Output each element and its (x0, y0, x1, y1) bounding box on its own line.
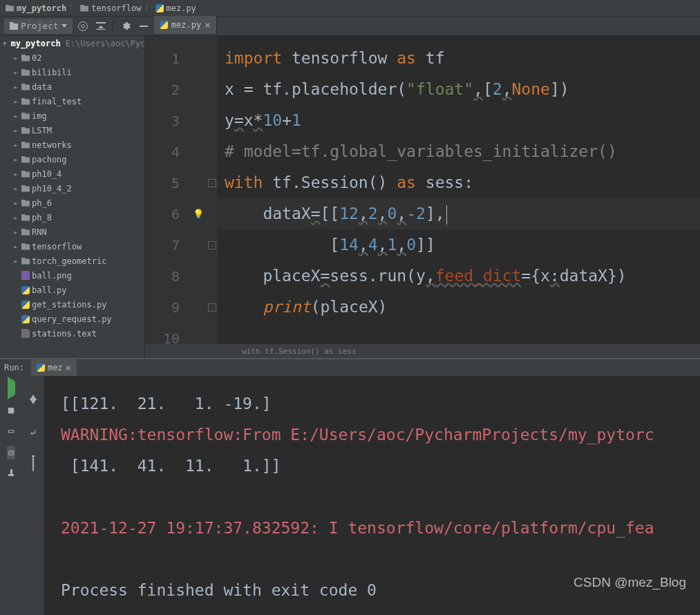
chevron-down-icon (62, 24, 67, 28)
breadcrumb: my_pytorch〉tensorflow〉mez.py (0, 0, 700, 17)
folder-icon (21, 69, 30, 76)
breadcrumb-footer: with tf.Session() as sess (145, 344, 700, 358)
folder-icon (21, 243, 30, 250)
play-icon (8, 377, 15, 399)
tree-item[interactable]: ►data (0, 79, 144, 94)
python-icon (155, 4, 164, 12)
tree-item[interactable]: ball.py (0, 283, 144, 297)
tree-item[interactable]: ►bilibili (0, 65, 144, 79)
python-icon (160, 21, 168, 29)
trash-icon (32, 457, 34, 471)
breadcrumb-item[interactable]: tensorflow (80, 3, 141, 13)
tree-item[interactable]: ►ph_6 (0, 196, 144, 210)
tree-item[interactable]: ►ph10_4_2 (0, 181, 144, 196)
arrow-down-icon (30, 399, 37, 417)
clear-button[interactable] (32, 457, 34, 471)
target-icon (78, 21, 88, 31)
python-icon (21, 315, 30, 323)
image-icon (21, 271, 30, 280)
tree-item[interactable]: ►02 (0, 50, 144, 65)
dash-icon (140, 26, 148, 27)
folder-icon (10, 22, 18, 30)
tree-item[interactable]: ►img (0, 108, 144, 123)
folder-icon (21, 84, 30, 91)
close-icon[interactable]: × (205, 20, 210, 30)
folder-icon (21, 214, 30, 221)
folder-icon (21, 113, 30, 120)
wrap-button[interactable]: ⤶ (29, 427, 37, 438)
tree-item[interactable]: ►ph_8 (0, 210, 144, 225)
tree-item[interactable]: ►tensorflow (0, 239, 144, 254)
folder-icon (21, 171, 30, 178)
layout-button[interactable]: ▭ (8, 425, 14, 436)
pin-icon (8, 469, 14, 476)
run-tab-mez[interactable]: mez × (31, 359, 77, 376)
tree-root[interactable]: ▼ my_pytorch E:\Users\aoc\Pyc (0, 36, 144, 50)
fold-icon[interactable]: - (208, 179, 216, 187)
settings-button[interactable] (117, 19, 133, 34)
project-tree[interactable]: ▼ my_pytorch E:\Users\aoc\Pyc ►02►bilibi… (0, 36, 145, 358)
gutter: 12345-6💡7-89-10 (145, 36, 218, 358)
python-icon (21, 286, 30, 294)
code-editor[interactable]: 12345-6💡7-89-10 import tensorflow as tfx… (145, 36, 700, 358)
breadcrumb-item[interactable]: my_pytorch (6, 3, 66, 13)
fold-icon[interactable]: - (208, 303, 216, 312)
gear-icon (120, 21, 131, 31)
down-button[interactable] (30, 404, 37, 417)
editor-tab-mez[interactable]: mez.py × (154, 16, 217, 35)
pin-button[interactable] (8, 469, 14, 476)
chevron-down-icon: ▼ (3, 40, 6, 47)
tree-item[interactable]: ►pachong (0, 152, 144, 167)
tree-item[interactable]: ►LSTM (0, 123, 144, 138)
folder-icon (21, 229, 30, 236)
rerun-button[interactable] (8, 381, 15, 395)
run-toolbar-left: ■ ▭ ⊟ (0, 376, 22, 615)
tree-item[interactable]: query_request.py (0, 312, 144, 326)
select-opened-file-button[interactable] (75, 19, 91, 34)
tree-item[interactable]: ►ph10_4 (0, 167, 144, 181)
folder-icon (21, 185, 30, 192)
tree-item[interactable]: get_stations.py (0, 297, 144, 312)
folder-icon (6, 5, 14, 12)
python-icon (37, 363, 45, 372)
sidebar-toolbar: Project mez.py × (0, 17, 700, 36)
stop-button[interactable]: ■ (8, 404, 14, 415)
tree-item[interactable]: ►networks (0, 138, 144, 152)
project-label: Project (21, 21, 59, 31)
folder-icon (21, 142, 30, 149)
collapse-icon (96, 22, 106, 30)
tree-item[interactable]: ►RNN (0, 225, 144, 239)
python-icon (21, 301, 30, 309)
breadcrumb-item[interactable]: mez.py (155, 3, 196, 13)
tab-label: mez.py (171, 20, 201, 30)
file-icon (21, 329, 30, 338)
folder-icon (21, 156, 30, 163)
run-toolbar-mid: ⤶ (22, 376, 44, 615)
run-title: Run: (4, 363, 24, 372)
folder-icon (80, 5, 88, 12)
folder-icon (21, 258, 30, 265)
tree-item[interactable]: ►torch_geometric (0, 254, 144, 268)
close-icon[interactable]: × (66, 363, 71, 372)
hide-button[interactable] (136, 19, 151, 34)
up-button[interactable] (30, 381, 37, 395)
layout-split-button[interactable]: ⊟ (7, 446, 15, 460)
watermark: CSDN @mez_Blog (574, 575, 686, 590)
folder-icon (21, 200, 30, 207)
fold-icon[interactable]: - (208, 241, 216, 249)
folder-icon (21, 98, 30, 105)
folder-icon (21, 55, 30, 62)
tree-item[interactable]: ball.png (0, 268, 144, 283)
tree-item[interactable]: ►final_test (0, 94, 144, 108)
tree-item[interactable]: stations.text (0, 326, 144, 341)
collapse-all-button[interactable] (93, 19, 108, 34)
folder-icon (21, 127, 30, 134)
divider (113, 20, 113, 32)
project-dropdown[interactable]: Project (4, 19, 73, 34)
bulb-icon[interactable]: 💡 (193, 209, 204, 219)
arrow-up-icon (30, 381, 37, 400)
